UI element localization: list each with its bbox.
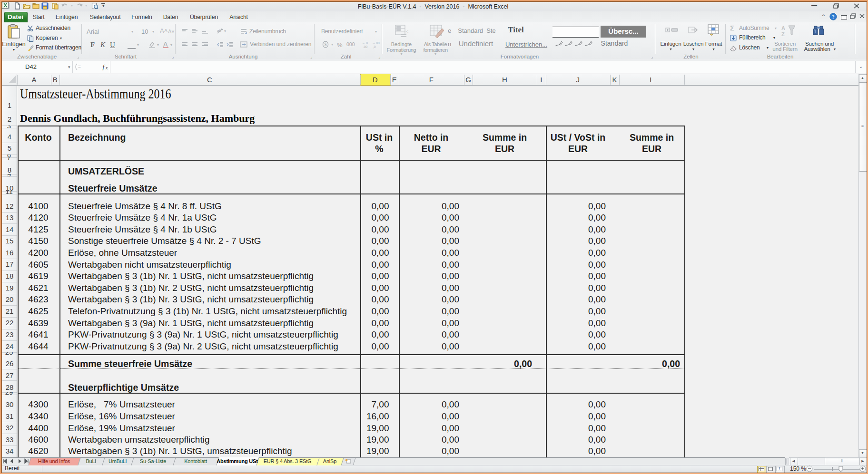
svg-text:,0: ,0: [373, 45, 376, 48]
svg-text:?: ?: [832, 14, 835, 19]
svg-text:→.00: →.00: [372, 41, 380, 45]
svg-text:=: =: [78, 64, 81, 69]
svg-text:←.0: ←.0: [362, 41, 368, 45]
svg-text:Z: Z: [781, 31, 785, 37]
svg-text:A: A: [781, 25, 785, 31]
svg-text:≤: ≤: [405, 29, 408, 34]
svg-text:.00: .00: [363, 45, 367, 48]
svg-text:$: $: [325, 42, 327, 47]
svg-text:ab: ab: [217, 29, 221, 33]
